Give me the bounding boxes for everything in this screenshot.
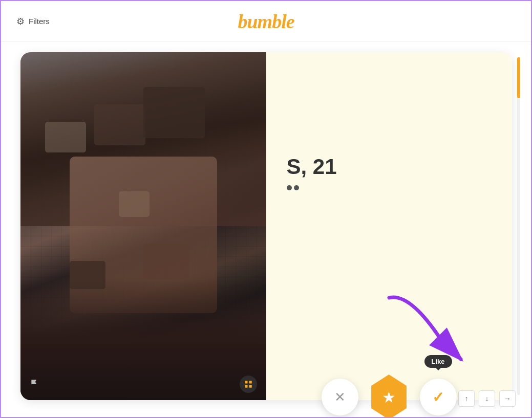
like-icon: ✓: [432, 389, 444, 406]
profile-card: S, 21 ✕ ★ Like ✓: [20, 52, 512, 400]
flag-icon[interactable]: [30, 378, 40, 391]
nav-down-icon: ↓: [485, 394, 489, 403]
profile-photo: [20, 52, 266, 400]
header: ⚙ Filters bumble: [1, 1, 531, 42]
filters-label: Filters: [29, 17, 50, 26]
profile-info: S, 21 ✕ ★ Like ✓: [266, 52, 512, 400]
scrollbar-track: [517, 57, 520, 395]
like-button-wrapper: Like ✓: [420, 379, 457, 415]
filters-icon: ⚙: [16, 16, 25, 27]
app-logo: bumble: [238, 10, 294, 33]
status-dot-1: [287, 185, 292, 190]
scrollbar-thumb: [517, 57, 520, 98]
dislike-button[interactable]: ✕: [322, 379, 358, 415]
svg-rect-3: [249, 385, 251, 388]
nav-down-button[interactable]: ↓: [479, 390, 495, 407]
svg-rect-1: [249, 381, 251, 383]
main-content: S, 21 ✕ ★ Like ✓: [1, 42, 531, 410]
superlike-icon: ★: [382, 388, 396, 406]
profile-status: [287, 185, 492, 190]
nav-right-icon: →: [504, 394, 511, 403]
svg-rect-2: [245, 385, 247, 388]
superlike-button[interactable]: ★: [369, 375, 410, 418]
action-buttons: ✕ ★ Like ✓: [322, 375, 457, 418]
nav-up-button[interactable]: ↑: [458, 390, 475, 407]
svg-rect-0: [245, 381, 247, 383]
filters-button[interactable]: ⚙ Filters: [16, 16, 50, 27]
profile-name-age: S, 21: [287, 155, 492, 179]
profile-badge: [240, 376, 257, 393]
nav-up-icon: ↑: [465, 394, 469, 403]
dislike-icon: ✕: [334, 389, 346, 405]
nav-right-button[interactable]: →: [499, 390, 516, 407]
like-button[interactable]: ✓: [420, 379, 457, 415]
like-tooltip: Like: [424, 355, 452, 368]
status-dot-2: [294, 185, 299, 190]
